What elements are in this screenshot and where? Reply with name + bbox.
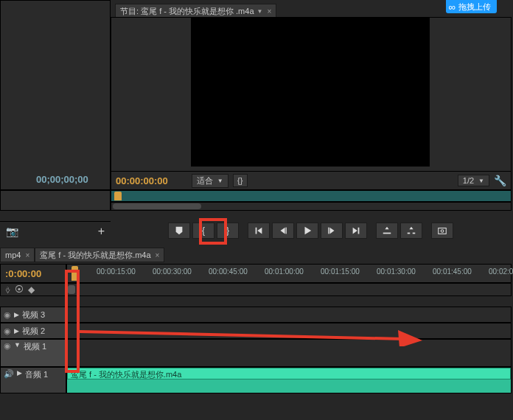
svg-rect-2 (383, 233, 391, 234)
chevron-down-icon[interactable]: ▼ (257, 8, 263, 15)
camera-icon[interactable]: 📷 (6, 225, 18, 237)
bracket-button[interactable]: {} (233, 174, 248, 187)
audio-clip[interactable]: 鸾尾 f - 我的快乐就是想你.m4a (67, 368, 511, 379)
svg-rect-0 (286, 228, 287, 234)
program-monitor-panel (111, 17, 512, 188)
track-lane-a1[interactable]: 鸾尾 f - 我的快乐就是想你.m4a (66, 367, 512, 393)
program-zoom-scrollbar[interactable] (111, 202, 512, 211)
close-icon[interactable]: × (267, 7, 271, 15)
expand-icon[interactable]: ▶ (14, 311, 19, 318)
step-back-button[interactable] (272, 223, 294, 239)
svg-rect-4 (413, 233, 416, 234)
upload-button[interactable]: ∞ 拖拽上传 (446, 0, 497, 13)
add-icon[interactable]: + (98, 225, 105, 238)
playhead-icon[interactable] (114, 192, 122, 200)
speaker-icon[interactable]: 🔊 (4, 369, 14, 379)
program-monitor-controls: 00:00:00:00 适合 ▼ {} 1/2 ▼ 🔧 (111, 171, 512, 190)
timeline-playhead-icon[interactable] (71, 266, 78, 281)
timeline-scrollbar[interactable] (66, 283, 512, 296)
track-label: 视频 1 (24, 341, 46, 352)
scrollbar-thumb[interactable] (68, 285, 75, 294)
program-tab[interactable]: 节目: 鸾尾 f - 我的快乐就是想你 .m4a ▼ × (115, 4, 276, 18)
mark-out-button[interactable]: } (217, 223, 239, 239)
eye-icon[interactable]: ◉ (4, 310, 11, 320)
ruler-tick: 00:00:30:00 (153, 267, 192, 276)
track-video-3: ◉ ▶ 视频 3 (0, 307, 512, 323)
goto-out-button[interactable] (345, 223, 367, 239)
program-timecode[interactable]: 00:00:00:00 (116, 175, 168, 186)
audio-waveform (67, 379, 511, 393)
zoom-fit-select[interactable]: 适合 ▼ (192, 174, 228, 188)
settings-icon[interactable]: 🔧 (494, 175, 506, 186)
timeline-header: :0:00:00 00:00:15:00 00:00:30:00 00:00:4… (0, 264, 512, 283)
collapse-icon[interactable]: ▼ (14, 341, 21, 349)
mark-in-button[interactable]: { (192, 223, 214, 239)
infinity-icon: ∞ (449, 1, 456, 13)
track-video-2: ◉ ▶ 视频 2 (0, 323, 512, 339)
upload-label: 拖拽上传 (458, 1, 491, 13)
svg-point-6 (441, 230, 444, 233)
track-header-v1[interactable]: ◉ ▼ 视频 1 (0, 339, 66, 367)
program-tab-label: 节目: 鸾尾 f - 我的快乐就是想你 .m4a (120, 6, 254, 17)
marker-tool-icon[interactable]: ◆ (28, 284, 35, 295)
ruler-tick: 00:02:00 (489, 267, 513, 276)
ruler-tick: 00:01:00:00 (265, 267, 304, 276)
source-monitor-panel: 00;00;00;00 (0, 0, 111, 190)
link-icon[interactable]: ⦿ (15, 284, 24, 295)
scrollbar-thumb[interactable] (113, 203, 201, 209)
track-label: 视频 2 (22, 326, 45, 337)
track-lane-v2[interactable] (66, 323, 512, 339)
zoom-fit-label: 适合 (197, 175, 213, 186)
ruler-tick: 00:00:15:00 (97, 267, 136, 276)
eye-icon[interactable]: ◉ (4, 341, 11, 351)
timeline-timecode[interactable]: :0:00:00 (0, 264, 66, 283)
source-timecode[interactable]: 00;00;00;00 (36, 174, 88, 185)
expand-icon[interactable]: ▶ (17, 369, 22, 377)
track-label: 视频 3 (22, 309, 45, 321)
timeline-ruler[interactable]: 00:00:15:00 00:00:30:00 00:00:45:00 00:0… (66, 264, 512, 283)
close-icon[interactable]: × (156, 251, 160, 259)
track-video-1: ◉ ▼ 视频 1 (0, 339, 512, 367)
source-ruler[interactable] (0, 190, 111, 211)
playback-resolution-select[interactable]: 1/2 ▼ (458, 175, 489, 186)
expand-icon[interactable]: ▶ (14, 327, 19, 335)
track-lane-v3[interactable] (66, 307, 512, 323)
source-toolbar: 📷 + (0, 221, 111, 240)
transport-controls: { } (111, 221, 512, 240)
track-label: 音频 1 (25, 369, 48, 380)
resolution-label: 1/2 (463, 176, 474, 185)
track-header-a1[interactable]: 🔊 ▶ 音频 1 (0, 367, 66, 393)
program-time-ruler[interactable] (111, 190, 512, 202)
extract-button[interactable] (400, 223, 422, 239)
timeline-tab-audio[interactable]: 鸾尾 f - 我的快乐就是想你.m4a × (35, 248, 164, 262)
ruler-tick: 00:01:30:00 (377, 267, 416, 276)
goto-in-button[interactable] (248, 223, 270, 239)
close-icon[interactable]: × (25, 251, 29, 259)
svg-rect-5 (439, 228, 447, 234)
track-audio-1: 🔊 ▶ 音频 1 鸾尾 f - 我的快乐就是想你.m4a (0, 367, 512, 393)
svg-rect-1 (328, 228, 329, 234)
chevron-down-icon: ▼ (478, 178, 484, 184)
snap-icon[interactable]: ⎀ (5, 284, 10, 295)
ruler-tick: 00:01:15:00 (321, 267, 360, 276)
chevron-down-icon: ▼ (217, 178, 223, 184)
play-button[interactable] (296, 223, 318, 239)
ruler-tick: 00:01:45:00 (433, 267, 472, 276)
svg-rect-3 (408, 233, 411, 234)
timeline-tab2-label: 鸾尾 f - 我的快乐就是想你.m4a (40, 250, 150, 261)
export-frame-button[interactable] (431, 223, 453, 239)
step-fwd-button[interactable] (321, 223, 343, 239)
program-tab-row: 节目: 鸾尾 f - 我的快乐就是想你 .m4a ▼ × (115, 4, 276, 18)
track-lane-v1[interactable] (66, 339, 512, 367)
add-marker-button[interactable] (168, 223, 190, 239)
timeline-tab-mp4[interactable]: mp4 × (0, 248, 35, 262)
video-canvas[interactable] (191, 18, 430, 167)
track-header-v2[interactable]: ◉ ▶ 视频 2 (0, 323, 66, 339)
timeline-tools: ⎀ ⦿ ◆ (0, 283, 66, 296)
track-header-v3[interactable]: ◉ ▶ 视频 3 (0, 307, 66, 323)
timeline-tab-row: mp4 × 鸾尾 f - 我的快乐就是想你.m4a × (0, 248, 512, 262)
ruler-tick: 00:00:45:00 (209, 267, 248, 276)
timeline-tab1-label: mp4 (5, 251, 21, 259)
eye-icon[interactable]: ◉ (4, 326, 11, 336)
lift-button[interactable] (376, 223, 398, 239)
